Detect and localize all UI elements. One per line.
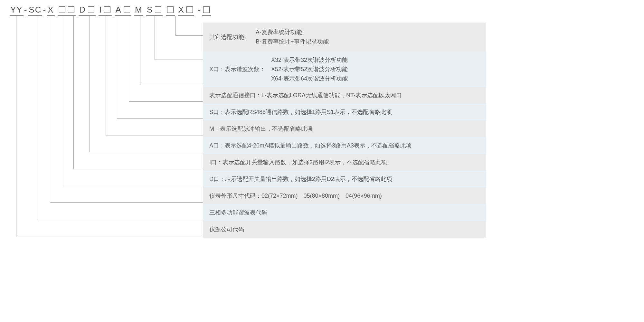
row-label: 其它选配功能： xyxy=(209,33,250,41)
code-seg-a: A xyxy=(115,5,122,16)
row-switch-output: D口：表示选配开关量输出路数，如选择2路用D2表示，不选配省略此项 xyxy=(203,171,486,187)
row-value: X64-表示带64次谐波分析功能 xyxy=(271,74,348,83)
row-value: D口：表示选配开关量输出路数，如选择2路用D2表示，不选配省略此项 xyxy=(209,175,392,183)
row-value: 仪表外形尺寸代码：02(72×72mm) 05(80×80mm) 04(96×9… xyxy=(209,192,382,200)
placeholder-box xyxy=(104,6,110,13)
placeholder-box xyxy=(124,6,130,13)
code-seg-x2: X xyxy=(178,5,185,16)
description-rows: 其它选配功能： A-复费率统计功能 B-复费率统计+事件记录功能 X口：表示谐波… xyxy=(203,23,486,238)
row-product-code: 三相多功能谐波表代码 xyxy=(203,204,486,221)
row-switch-input: I口：表示选配开关量输入路数，如选择2路用I2表示，不选配省略此项 xyxy=(203,154,486,171)
row-value: X32-表示带32次谐波分析功能 xyxy=(271,55,348,65)
placeholder-box xyxy=(88,6,94,13)
placeholder-box xyxy=(68,6,74,13)
row-label: X口：表示谐波次数： xyxy=(209,65,265,73)
row-company-code: 仪源公司代码 xyxy=(203,221,486,238)
code-seg-m: M xyxy=(134,5,143,16)
row-value: S口：表示选配RS485通信路数，如选择1路用S1表示，不选配省略此项 xyxy=(209,108,392,116)
row-other-options: 其它选配功能： A-复费率统计功能 B-复费率统计+事件记录功能 xyxy=(203,23,486,52)
row-value: 表示选配通信接口：L-表示选配LORA无线通信功能，NT-表示选配以太网口 xyxy=(209,91,402,99)
row-value: X52-表示带52次谐波分析功能 xyxy=(271,65,348,74)
row-comm-interface: 表示选配通信接口：L-表示选配LORA无线通信功能，NT-表示选配以太网口 xyxy=(203,87,486,104)
row-value: 仪源公司代码 xyxy=(209,225,244,233)
row-harmonic-count: X口：表示谐波次数： X32-表示带32次谐波分析功能 X52-表示带52次谐波… xyxy=(203,52,486,87)
placeholder-box xyxy=(59,6,65,13)
row-value: A口：表示选配4-20mA模拟量输出路数，如选择3路用A3表示，不选配省略此项 xyxy=(209,142,412,149)
placeholder-box xyxy=(186,6,193,13)
product-code-template: YY-SC-X D I A M S X - xyxy=(10,5,211,16)
code-seg-sc: SC xyxy=(28,5,42,16)
row-analog-output: A口：表示选配4-20mA模拟量输出路数，如选择3路用A3表示，不选配省略此项 xyxy=(203,137,486,154)
row-value: 三相多功能谐波表代码 xyxy=(209,209,267,216)
code-seg-d: D xyxy=(79,5,87,16)
row-value: M：表示选配脉冲输出，不选配省略此项 xyxy=(209,125,313,133)
placeholder-box xyxy=(203,6,210,13)
code-seg-x: X xyxy=(47,5,54,16)
code-seg-yy: YY xyxy=(10,5,24,16)
row-value: I口：表示选配开关量输入路数，如选择2路用I2表示，不选配省略此项 xyxy=(209,158,387,166)
placeholder-box xyxy=(167,6,174,13)
row-value: B-复费率统计+事件记录功能 xyxy=(256,37,329,46)
code-seg-s: S xyxy=(146,5,154,16)
row-value: A-复费率统计功能 xyxy=(256,28,329,37)
row-pulse-output: M：表示选配脉冲输出，不选配省略此项 xyxy=(203,120,486,137)
row-form-size: 仪表外形尺寸代码：02(72×72mm) 05(80×80mm) 04(96×9… xyxy=(203,187,486,204)
code-seg-i: I xyxy=(99,5,103,16)
row-rs485: S口：表示选配RS485通信路数，如选择1路用S1表示，不选配省略此项 xyxy=(203,104,486,120)
placeholder-box xyxy=(155,6,161,13)
